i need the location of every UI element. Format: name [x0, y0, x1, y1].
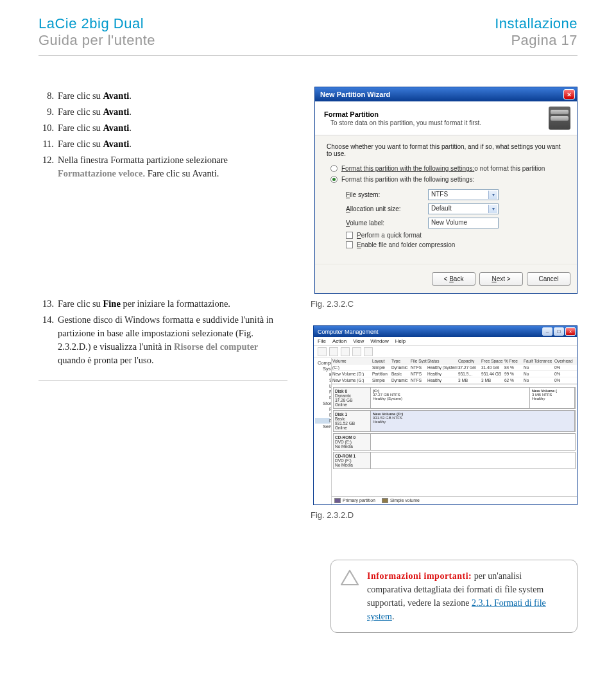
- header-rule: [38, 55, 578, 56]
- menu-file[interactable]: File: [318, 338, 326, 344]
- menu-view[interactable]: View: [353, 338, 364, 344]
- mmc-title: Computer Management: [318, 329, 379, 335]
- disk-row[interactable]: Disk 0Dynamic37.28 GBOnline(C:)37.27 GB …: [333, 387, 576, 409]
- tree-node[interactable]: Removable Storage: [315, 406, 330, 412]
- column-header[interactable]: % Free: [504, 359, 523, 363]
- tree-node[interactable]: Services and Applications: [315, 424, 330, 429]
- allocation-unit-select[interactable]: Default ▾: [428, 203, 499, 214]
- disk-partition-bar[interactable]: New Volume (D:)931.53 GB NTFSHealthy: [370, 410, 576, 432]
- toolbar-button[interactable]: [352, 347, 361, 356]
- quick-format-checkbox[interactable]: Perform a quick format: [346, 232, 565, 239]
- column-header[interactable]: Fault Tolerance: [523, 359, 554, 363]
- column-header[interactable]: Overhead: [554, 359, 577, 363]
- radio-do-not-format[interactable]: Format this partition with the following…: [330, 165, 565, 172]
- tree-node[interactable]: Local Users and Groups: [315, 383, 330, 389]
- radio-icon[interactable]: [330, 176, 338, 183]
- menu-action[interactable]: Action: [332, 338, 346, 344]
- mmc-tree[interactable]: Computer Management (Local)System ToolsE…: [314, 358, 332, 504]
- table-row[interactable]: (C:)SimpleDynamicNTFSHealthy (System)37.…: [332, 365, 577, 371]
- disk-row[interactable]: CD-ROM 0DVD (E:)No Media: [333, 433, 576, 451]
- chevron-down-icon[interactable]: ▾: [488, 205, 497, 213]
- disk-label: CD-ROM 0DVD (E:)No Media: [333, 433, 370, 451]
- checkbox-icon[interactable]: [346, 241, 353, 248]
- toolbar-button[interactable]: [364, 347, 373, 356]
- column-header[interactable]: Free Space: [481, 359, 504, 363]
- file-system-select[interactable]: NTFS ▾: [428, 189, 499, 200]
- disk-label: CD-ROM 1DVD (F:)No Media: [333, 452, 370, 469]
- tree-node[interactable]: System Tools: [315, 366, 330, 372]
- mmc-titlebar[interactable]: Computer Management – □ ×: [314, 326, 577, 337]
- menu-help[interactable]: Help: [395, 338, 406, 344]
- compression-checkbox[interactable]: Enable file and folder compression: [346, 241, 565, 248]
- minimize-icon[interactable]: –: [542, 327, 552, 336]
- disk-label: Disk 0Dynamic37.28 GBOnline: [333, 387, 370, 409]
- tree-node[interactable]: Event Viewer: [315, 372, 330, 377]
- page-header: LaCie 2big Dual Guida per l'utente Insta…: [38, 15, 578, 49]
- toolbar-button[interactable]: [329, 347, 338, 356]
- tree-node[interactable]: Disk Management: [315, 418, 330, 424]
- column-header[interactable]: Status: [427, 359, 458, 363]
- section-name: Installazione: [495, 15, 578, 32]
- partition[interactable]: New Volume (D:)931.53 GB NTFSHealthy: [371, 411, 575, 431]
- close-icon[interactable]: ×: [563, 89, 575, 99]
- close-icon[interactable]: ×: [565, 327, 576, 336]
- disk-label: Disk 1Basic931.52 GBOnline: [333, 410, 370, 432]
- table-row[interactable]: New Volume (G:)SimpleDynamicNTFSHealthy3…: [332, 377, 577, 384]
- mmc-toolbar[interactable]: [314, 346, 577, 358]
- step-11: 11. Fare clic su Avanti.: [38, 137, 287, 151]
- volume-table[interactable]: VolumeLayoutTypeFile SystemStatusCapacit…: [332, 358, 577, 384]
- cancel-button[interactable]: Cancel: [527, 272, 570, 286]
- back-button[interactable]: < Back: [432, 272, 475, 286]
- tree-node[interactable]: Shared Folders: [315, 377, 330, 383]
- wizard-titlebar[interactable]: New Partition Wizard ×: [315, 87, 577, 101]
- step-10: 10. Fare clic su Avanti.: [38, 121, 287, 135]
- column-header[interactable]: File System: [410, 359, 427, 363]
- column-header[interactable]: Capacity: [458, 359, 481, 363]
- disk-partition-bar[interactable]: [370, 452, 576, 469]
- tree-node[interactable]: Storage: [315, 400, 330, 406]
- partition[interactable]: New Volume (3 MB NTFSHealthy: [530, 388, 575, 408]
- column-header[interactable]: Volume: [332, 359, 372, 363]
- volume-label-row: Volume label: New Volume: [346, 218, 565, 228]
- menu-window[interactable]: Window: [370, 338, 388, 344]
- step-8: 8. Fare clic su Avanti.: [38, 89, 287, 103]
- mmc-menubar[interactable]: File Action View Window Help: [314, 337, 577, 346]
- page-number: Pagina 17: [495, 32, 578, 49]
- table-row[interactable]: New Volume (D:)PartitionBasicNTFSHealthy…: [332, 371, 577, 377]
- wizard-banner-title: Format Partition: [324, 110, 379, 118]
- doc-title: LaCie 2big Dual: [38, 15, 155, 32]
- checkbox-icon[interactable]: [346, 232, 353, 239]
- tree-node[interactable]: Computer Management (Local): [315, 360, 330, 366]
- chevron-down-icon[interactable]: ▾: [488, 191, 497, 199]
- maximize-icon[interactable]: □: [554, 327, 564, 336]
- disk-stack-icon: [549, 107, 570, 130]
- steps-list-b: 13. Fare clic su Fine per iniziare la fo…: [38, 297, 287, 367]
- disk-row[interactable]: Disk 1Basic931.52 GBOnlineNew Volume (D:…: [333, 410, 576, 432]
- column-header[interactable]: Type: [391, 359, 410, 363]
- legend-item: Simple volume: [382, 498, 420, 503]
- column-header[interactable]: Layout: [372, 359, 391, 363]
- next-button[interactable]: Next >: [479, 272, 523, 286]
- disk-partition-bar[interactable]: (C:)37.27 GB NTFSHealthy (System)New Vol…: [370, 387, 576, 409]
- new-partition-wizard: New Partition Wizard × Format Partition …: [314, 87, 578, 294]
- computer-management-window: Computer Management – □ × File Action Vi…: [313, 325, 578, 505]
- radio-icon[interactable]: [330, 165, 338, 172]
- tree-node[interactable]: Disk Defragmenter: [315, 412, 330, 418]
- info-title: Informazioni importanti:: [367, 571, 472, 581]
- important-info-box: Informazioni importanti: per un'analisi …: [330, 560, 578, 633]
- wizard-banner-subtitle: To store data on this partition, you mus…: [330, 119, 481, 126]
- wizard-banner: Format Partition To store data on this p…: [315, 101, 577, 135]
- disk-map[interactable]: Disk 0Dynamic37.28 GBOnline(C:)37.27 GB …: [332, 384, 577, 496]
- toolbar-button[interactable]: [341, 347, 350, 356]
- radio-format-with-settings[interactable]: Format this partition with the following…: [330, 176, 565, 183]
- toolbar-button[interactable]: [318, 347, 327, 356]
- disk-partition-bar[interactable]: [370, 433, 576, 451]
- wizard-prompt: Choose whether you want to format this p…: [327, 143, 565, 157]
- partition[interactable]: (C:)37.27 GB NTFSHealthy (System): [371, 388, 530, 408]
- step-9: 9. Fare clic su Avanti.: [38, 105, 287, 119]
- tree-node[interactable]: Device Manager: [315, 395, 330, 400]
- disk-row[interactable]: CD-ROM 1DVD (F:)No Media: [333, 452, 576, 469]
- volume-label-input[interactable]: New Volume: [428, 218, 499, 228]
- figure-caption-d: Fig. 2.3.2.D: [311, 510, 578, 520]
- tree-node[interactable]: Performance Logs and Alerts: [315, 389, 330, 395]
